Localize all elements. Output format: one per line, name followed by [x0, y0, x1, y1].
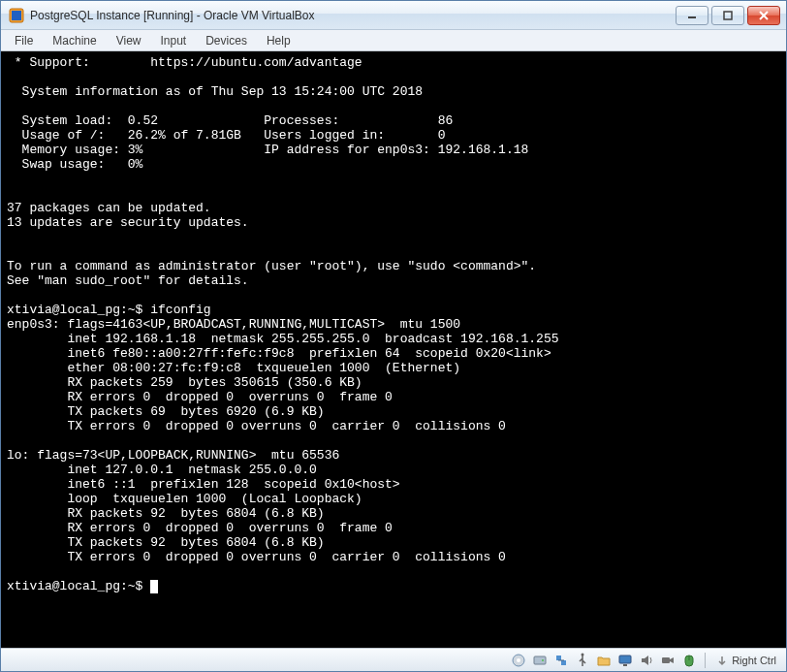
- term-line: enp0s3: flags=4163<UP,BROADCAST,RUNNING,…: [7, 317, 460, 332]
- term-line: loop txqueuelen 1000 (Local Loopback): [7, 492, 362, 506]
- status-separator: [705, 653, 706, 668]
- term-line: inet6 fe80::a00:27ff:fefc:f9c8 prefixlen…: [7, 346, 551, 361]
- term-line: RX errors 0 dropped 0 overruns 0 frame 0: [7, 390, 393, 404]
- host-key-label: Right Ctrl: [732, 655, 776, 666]
- term-line: 13 updates are security updates.: [7, 215, 249, 230]
- term-prompt: xtivia@local_pg:~$ ifconfig: [7, 303, 211, 317]
- mouse-integration-icon[interactable]: [680, 652, 698, 669]
- term-line: ether 08:00:27:fc:f9:c8 txqueuelen 1000 …: [7, 361, 460, 375]
- term-line: Memory usage: 3% IP address for enp0s3: …: [7, 143, 528, 157]
- audio-icon[interactable]: [638, 652, 655, 669]
- window-controls: [676, 6, 780, 25]
- svg-rect-16: [662, 657, 670, 663]
- window-title: PostgreSQL Instance [Running] - Oracle V…: [30, 9, 676, 22]
- svg-rect-3: [724, 12, 732, 19]
- close-button[interactable]: [747, 6, 780, 25]
- term-line: TX errors 0 dropped 0 overruns 0 carrier…: [7, 419, 506, 433]
- svg-rect-10: [556, 656, 561, 660]
- display-icon[interactable]: [616, 652, 634, 669]
- statusbar: Right Ctrl: [1, 648, 786, 671]
- titlebar[interactable]: PostgreSQL Instance [Running] - Oracle V…: [1, 1, 786, 30]
- optical-drive-icon[interactable]: [510, 652, 527, 669]
- host-key-arrow-icon: [716, 655, 728, 666]
- term-line: * Support: https://ubuntu.com/advantage: [7, 55, 362, 70]
- menu-input[interactable]: Input: [151, 32, 197, 49]
- svg-point-13: [582, 653, 584, 656]
- term-line: See "man sudo_root" for details.: [7, 273, 249, 288]
- usb-icon[interactable]: [574, 652, 591, 669]
- hard-disk-icon[interactable]: [531, 652, 549, 669]
- term-line: Swap usage: 0%: [7, 157, 142, 172]
- term-line: inet 127.0.0.1 netmask 255.0.0.0: [7, 463, 317, 477]
- svg-rect-1: [12, 11, 21, 20]
- shared-folder-icon[interactable]: [595, 652, 613, 669]
- virtualbox-window: PostgreSQL Instance [Running] - Oracle V…: [0, 0, 787, 672]
- menu-help[interactable]: Help: [257, 32, 300, 49]
- term-line: RX errors 0 dropped 0 overruns 0 frame 0: [7, 521, 393, 535]
- svg-rect-15: [623, 664, 627, 666]
- term-line: System load: 0.52 Processes: 86: [7, 113, 453, 128]
- menu-view[interactable]: View: [107, 32, 151, 49]
- host-key-indicator[interactable]: Right Ctrl: [712, 655, 780, 666]
- term-line: To run a command as administrator (user …: [7, 259, 536, 273]
- term-line: RX packets 92 bytes 6804 (6.8 KB): [7, 506, 325, 521]
- term-line: RX packets 259 bytes 350615 (350.6 KB): [7, 375, 362, 390]
- menu-devices[interactable]: Devices: [196, 32, 257, 49]
- vm-terminal[interactable]: * Support: https://ubuntu.com/advantage …: [1, 51, 786, 648]
- svg-rect-11: [561, 660, 566, 665]
- app-icon: [9, 8, 24, 23]
- term-line: inet 192.168.1.18 netmask 255.255.255.0 …: [7, 332, 559, 346]
- maximize-button[interactable]: [711, 6, 744, 25]
- term-prompt: xtivia@local_pg:~$: [7, 579, 150, 593]
- menu-machine[interactable]: Machine: [43, 32, 106, 49]
- svg-rect-8: [534, 656, 546, 664]
- term-line: 37 packages can be updated.: [7, 201, 211, 215]
- term-line: TX packets 92 bytes 6804 (6.8 KB): [7, 535, 325, 550]
- term-line: inet6 ::1 prefixlen 128 scopeid 0x10<hos…: [7, 477, 400, 492]
- svg-point-7: [517, 658, 520, 662]
- svg-rect-14: [619, 656, 631, 663]
- menu-file[interactable]: File: [5, 32, 43, 49]
- video-capture-icon[interactable]: [659, 652, 677, 669]
- term-line: Usage of /: 26.2% of 7.81GB Users logged…: [7, 128, 445, 143]
- minimize-button[interactable]: [676, 6, 708, 25]
- menubar: File Machine View Input Devices Help: [1, 30, 786, 51]
- term-line: TX errors 0 dropped 0 overruns 0 carrier…: [7, 550, 506, 564]
- term-line: lo: flags=73<UP,LOOPBACK,RUNNING> mtu 65…: [7, 448, 339, 463]
- term-line: TX packets 69 bytes 6920 (6.9 KB): [7, 404, 325, 419]
- term-line: System information as of Thu Sep 13 15:2…: [7, 84, 423, 99]
- terminal-cursor: [150, 580, 158, 593]
- svg-point-9: [542, 659, 544, 661]
- network-icon[interactable]: [552, 652, 570, 669]
